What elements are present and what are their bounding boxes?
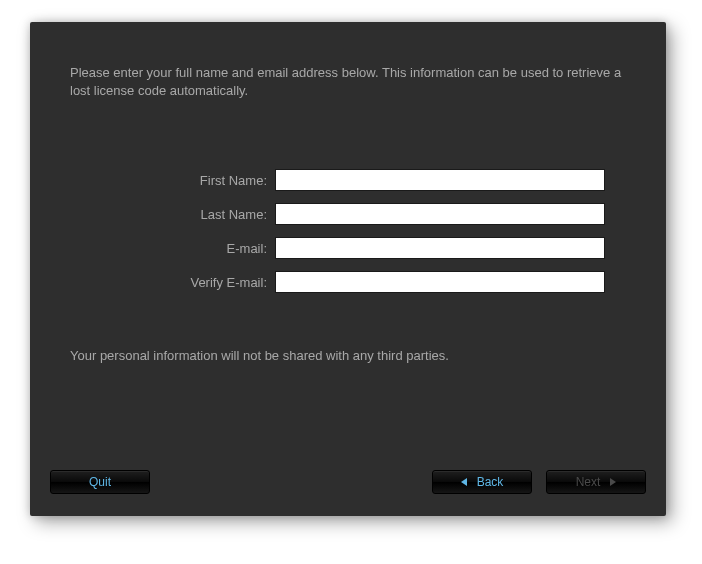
instructions-text: Please enter your full name and email ad… [70, 64, 626, 99]
email-row: E-mail: [70, 237, 626, 259]
arrow-left-icon [461, 478, 467, 486]
first-name-label: First Name: [70, 173, 275, 188]
verify-email-input[interactable] [275, 271, 605, 293]
first-name-row: First Name: [70, 169, 626, 191]
back-button[interactable]: Back [432, 470, 532, 494]
quit-button[interactable]: Quit [50, 470, 150, 494]
button-bar: Quit Back Next [50, 470, 646, 494]
last-name-label: Last Name: [70, 207, 275, 222]
last-name-row: Last Name: [70, 203, 626, 225]
verify-email-label: Verify E-mail: [70, 275, 275, 290]
back-button-label: Back [477, 475, 504, 489]
next-button-label: Next [576, 475, 601, 489]
email-label: E-mail: [70, 241, 275, 256]
registration-dialog: Please enter your full name and email ad… [30, 22, 666, 516]
email-input[interactable] [275, 237, 605, 259]
quit-button-label: Quit [89, 475, 111, 489]
privacy-note: Your personal information will not be sh… [70, 348, 626, 363]
first-name-input[interactable] [275, 169, 605, 191]
arrow-right-icon [610, 478, 616, 486]
next-button[interactable]: Next [546, 470, 646, 494]
verify-email-row: Verify E-mail: [70, 271, 626, 293]
registration-form: First Name: Last Name: E-mail: Verify E-… [70, 169, 626, 293]
last-name-input[interactable] [275, 203, 605, 225]
